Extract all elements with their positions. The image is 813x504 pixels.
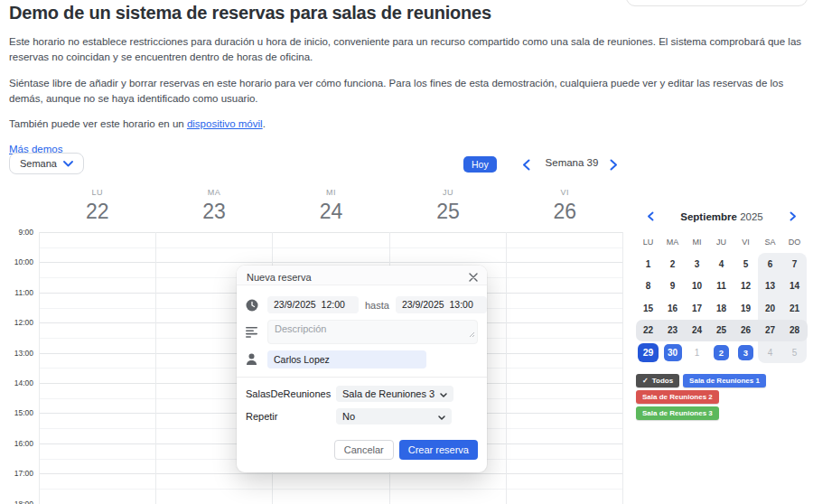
mini-day-cell[interactable]: 12 xyxy=(734,275,758,298)
mini-day-cell[interactable]: 13 xyxy=(758,275,782,298)
mini-day-cell[interactable]: 14 xyxy=(782,275,807,298)
mini-day-number: 16 xyxy=(668,303,678,313)
mini-day-number: 22 xyxy=(643,325,653,335)
mini-day-cell[interactable]: 3 xyxy=(734,341,758,364)
legend-row: Sala de Reuniones 3 xyxy=(636,406,808,420)
mobile-note-period: . xyxy=(263,118,266,129)
end-datetime-input[interactable] xyxy=(396,296,487,313)
mini-day-number: 24 xyxy=(692,325,702,335)
mini-day-cell[interactable]: 24 xyxy=(685,320,709,342)
mini-day-cell[interactable]: 4 xyxy=(709,253,734,275)
mini-day-cell[interactable]: 6 xyxy=(758,253,782,275)
mini-day-number: 21 xyxy=(790,303,799,313)
day-header[interactable]: LU22 xyxy=(39,181,155,232)
chevron-right-icon xyxy=(790,209,797,225)
legend-row: Sala de Reuniones 2 xyxy=(636,390,808,404)
mini-day-number: 4 xyxy=(719,259,724,269)
legend-pill[interactable]: Sala de Reuniones 1 xyxy=(683,374,766,387)
close-icon[interactable] xyxy=(469,273,478,282)
mini-day-cell[interactable]: 1 xyxy=(636,253,660,275)
today-button[interactable]: Hoy xyxy=(463,156,497,173)
time-label: 10:00 xyxy=(0,257,33,266)
mini-week-row: 891011121314 xyxy=(636,275,808,298)
day-header[interactable]: VI26 xyxy=(507,181,623,232)
mini-day-cell[interactable]: 25 xyxy=(709,320,734,342)
start-datetime-input[interactable] xyxy=(267,296,359,313)
mini-day-number: 27 xyxy=(765,325,775,335)
check-icon: ✓ xyxy=(642,377,649,385)
cancel-button[interactable]: Cancelar xyxy=(334,440,394,460)
resource-select[interactable]: Sala de Reuniones 3 xyxy=(336,386,453,402)
mini-day-cell[interactable]: 16 xyxy=(660,297,685,320)
mini-day-number: 18 xyxy=(716,303,726,313)
mobile-link[interactable]: dispositivo móvil xyxy=(187,118,263,129)
mini-day-number: 26 xyxy=(741,325,751,335)
time-label: 16:00 xyxy=(0,439,33,448)
day-header[interactable]: MA23 xyxy=(155,181,272,232)
view-select-button[interactable]: Semana xyxy=(9,153,84,174)
mini-day-cell[interactable]: 22 xyxy=(636,320,660,342)
mobile-note: También puede ver este horario en un dis… xyxy=(9,117,806,132)
time-label: 17:00 xyxy=(0,469,33,478)
legend-row: ✓TodosSala de Reuniones 1 xyxy=(636,374,808,387)
mini-day-cell[interactable]: 23 xyxy=(660,320,685,342)
time-label: 9:00 xyxy=(0,228,33,237)
mini-day-muted: 1 xyxy=(695,348,700,358)
mini-day-cell[interactable]: 2 xyxy=(660,253,685,275)
mini-day-cell[interactable]: 15 xyxy=(636,297,660,320)
chevron-left-icon xyxy=(522,158,530,173)
mini-day-cell[interactable]: 20 xyxy=(758,297,782,320)
mini-day-cell[interactable]: 3 xyxy=(685,253,709,275)
hasta-label: hasta xyxy=(365,300,389,311)
day-header[interactable]: MI24 xyxy=(273,181,389,232)
mini-day-cell[interactable]: 5 xyxy=(782,341,807,364)
legend-pill[interactable]: Sala de Reuniones 2 xyxy=(636,390,719,404)
modal-header: Nueva reserva xyxy=(237,266,487,285)
chevron-left-icon xyxy=(647,209,654,225)
mini-day-cell[interactable]: 9 xyxy=(660,275,685,298)
mini-day-header: SA xyxy=(758,235,782,249)
mini-day-cell[interactable]: 27 xyxy=(758,320,782,342)
mini-day-number: 13 xyxy=(765,281,775,291)
day-number-label: 24 xyxy=(273,200,389,224)
mini-day-cell[interactable]: 28 xyxy=(782,320,807,342)
mini-day-cell[interactable]: 26 xyxy=(734,320,758,342)
room-legend: ✓TodosSala de Reuniones 1Sala de Reunion… xyxy=(636,374,808,423)
day-column[interactable] xyxy=(506,232,623,504)
mini-day-cell[interactable]: 1 xyxy=(685,341,709,364)
mini-calendar-month: Septiembre xyxy=(680,211,737,222)
mini-day-cell[interactable]: 21 xyxy=(782,297,807,320)
day-header[interactable]: JU25 xyxy=(389,181,506,232)
mini-day-cell[interactable]: 10 xyxy=(685,275,709,298)
mini-day-cell[interactable]: 29 xyxy=(636,341,660,364)
mini-day-number: 17 xyxy=(692,303,702,313)
next-week-button[interactable] xyxy=(610,158,618,174)
description-textarea[interactable] xyxy=(267,320,478,344)
mini-calendar-nav: Septiembre 2025 xyxy=(636,206,808,228)
mini-week-row: 22232425262728 xyxy=(636,320,808,342)
prev-week-button[interactable] xyxy=(522,158,530,174)
repeat-select[interactable]: No xyxy=(336,408,452,425)
mini-day-cell[interactable]: 19 xyxy=(734,297,758,320)
mini-calendar-year: 2025 xyxy=(740,211,763,222)
mini-day-cell[interactable]: 2 xyxy=(709,341,734,364)
create-booking-button[interactable]: Crear reserva xyxy=(399,440,478,460)
prev-month-button[interactable] xyxy=(647,209,654,225)
mini-day-cell[interactable]: 7 xyxy=(782,253,807,275)
mini-day-cell[interactable]: 4 xyxy=(758,341,782,364)
legend-pill-label: Todos xyxy=(652,377,673,385)
next-month-button[interactable] xyxy=(790,209,797,225)
mini-day-cell[interactable]: 8 xyxy=(636,275,660,298)
mini-day-cell[interactable]: 30 xyxy=(660,341,685,364)
mini-day-cell[interactable]: 18 xyxy=(709,297,734,320)
person-input[interactable] xyxy=(267,350,426,369)
mini-day-cell[interactable]: 17 xyxy=(685,297,709,320)
legend-pill[interactable]: Sala de Reuniones 3 xyxy=(636,406,719,420)
legend-pill[interactable]: ✓Todos xyxy=(636,374,679,387)
mini-day-muted: 4 xyxy=(768,348,773,358)
mini-day-cell[interactable]: 5 xyxy=(734,253,758,275)
day-column[interactable] xyxy=(39,232,155,504)
mini-day-cell[interactable]: 11 xyxy=(709,275,734,298)
time-label: 11:00 xyxy=(0,288,33,297)
mini-day-number: 20 xyxy=(765,303,775,313)
